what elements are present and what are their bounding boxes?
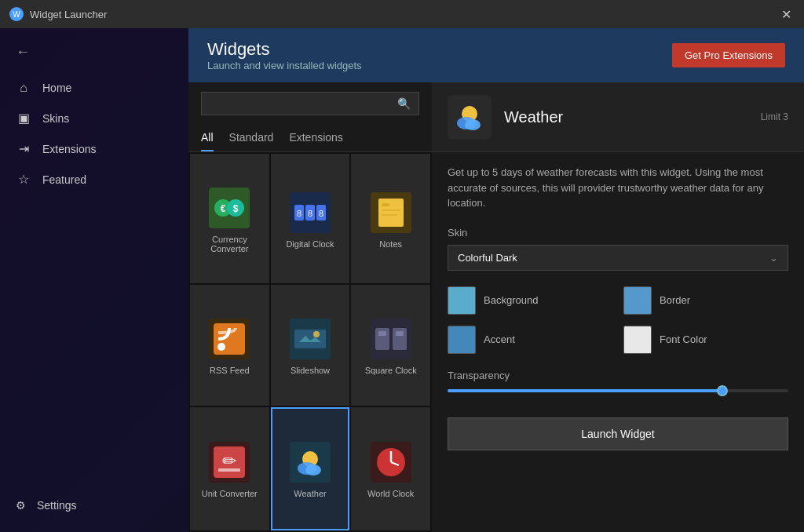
svg-rect-10 xyxy=(378,199,404,227)
sidebar-item-home[interactable]: ⌂ Home xyxy=(0,73,188,103)
svg-point-17 xyxy=(313,331,320,337)
home-icon: ⌂ xyxy=(16,81,31,95)
weather-widget-name: Weather xyxy=(294,489,326,498)
rss-icon xyxy=(209,319,250,359)
notes-icon xyxy=(371,192,411,233)
slideshow-icon xyxy=(290,319,331,359)
unitconverter-name: Unit Converter xyxy=(202,489,258,498)
chevron-down-icon: ⌄ xyxy=(769,252,778,264)
color-background[interactable]: Background xyxy=(448,286,612,315)
svg-text:8: 8 xyxy=(308,209,312,218)
currency-name: Currency Converter xyxy=(196,235,263,253)
detail-title-block: Weather xyxy=(504,108,748,126)
detail-description: Get up to 5 days of weather forecasts wi… xyxy=(448,165,788,211)
main-split: 🔍 All Standard Extensions xyxy=(188,82,804,532)
detail-pane: Weather Limit 3 Get up to 5 days of weat… xyxy=(432,82,804,532)
tab-bar: All Standard Extensions xyxy=(188,125,432,152)
sidebar-extensions-label: Extensions xyxy=(42,143,96,155)
unitconverter-icon: ✏ xyxy=(209,442,250,483)
slider-wrap xyxy=(448,389,788,392)
rss-name: RSS Feed xyxy=(210,366,250,375)
sidebar-skins-label: Skins xyxy=(42,112,69,125)
top-header: Widgets Launch and view installed widget… xyxy=(188,28,804,82)
back-button[interactable]: ← xyxy=(0,41,188,73)
svg-rect-13 xyxy=(382,214,397,216)
tab-standard[interactable]: Standard xyxy=(229,125,274,151)
background-swatch[interactable] xyxy=(448,286,476,315)
launch-widget-button[interactable]: Launch Widget xyxy=(448,417,788,450)
header-text: Widgets Launch and view installed widget… xyxy=(207,39,362,71)
worldclock-icon xyxy=(371,442,411,483)
widget-grid: € $ Currency Converter xyxy=(188,152,432,532)
search-bar: 🔍 xyxy=(188,82,432,125)
sidebar-home-label: Home xyxy=(42,82,71,94)
slider-thumb xyxy=(717,385,728,396)
background-label: Background xyxy=(484,294,538,306)
settings-icon: ⚙ xyxy=(16,499,26,512)
widget-card-unitconverter[interactable]: ✏ Unit Converter xyxy=(190,407,269,530)
sidebar-item-skins[interactable]: ▣ Skins xyxy=(0,103,188,133)
widget-card-rss[interactable]: RSS Feed xyxy=(190,285,269,405)
tab-all[interactable]: All xyxy=(201,125,214,151)
svg-point-33 xyxy=(465,119,481,130)
widget-card-notes[interactable]: Notes xyxy=(351,154,430,283)
sidebar-item-featured[interactable]: ☆ Featured xyxy=(0,164,188,195)
svg-text:8: 8 xyxy=(297,209,302,218)
fontcolor-swatch[interactable] xyxy=(623,326,652,354)
widget-card-slideshow[interactable]: Slideshow xyxy=(271,285,350,405)
slider-track xyxy=(448,389,788,392)
search-input[interactable] xyxy=(210,98,391,110)
notes-name: Notes xyxy=(379,239,402,249)
skins-icon: ▣ xyxy=(16,111,31,126)
detail-limit: Limit 3 xyxy=(761,111,788,122)
weather-widget-icon xyxy=(290,442,331,483)
content-area: Widgets Launch and view installed widget… xyxy=(188,28,804,532)
svg-rect-24 xyxy=(218,468,240,472)
widget-list-pane: 🔍 All Standard Extensions xyxy=(188,82,432,532)
page-title: Widgets xyxy=(207,39,362,60)
search-icon: 🔍 xyxy=(397,97,411,110)
fontcolor-label: Font Color xyxy=(660,333,707,345)
sidebar: ← ⌂ Home ▣ Skins ⇥ Extensions ☆ Featured… xyxy=(0,28,188,532)
svg-text:8: 8 xyxy=(319,209,323,218)
close-button[interactable]: ✕ xyxy=(778,7,795,22)
skin-dropdown[interactable]: Colorful Dark ⌄ xyxy=(448,245,788,271)
sidebar-featured-label: Featured xyxy=(42,173,86,186)
sidebar-item-extensions[interactable]: ⇥ Extensions xyxy=(0,133,188,164)
accent-label: Accent xyxy=(484,333,515,345)
transparency-section: Transparency xyxy=(448,370,788,392)
pro-extensions-button[interactable]: Get Pro Extensions xyxy=(672,43,785,67)
sidebar-item-settings[interactable]: ⚙ Settings xyxy=(0,491,188,519)
widget-card-clock[interactable]: 8 8 8 Digital Clock xyxy=(271,154,350,283)
svg-point-15 xyxy=(217,343,225,351)
skin-label: Skin xyxy=(448,227,788,239)
svg-rect-12 xyxy=(382,210,400,211)
app-icon: W xyxy=(9,7,24,21)
widget-card-weather[interactable]: Weather xyxy=(271,407,350,530)
color-accent[interactable]: Accent xyxy=(448,326,612,354)
widget-card-squareclock[interactable]: Square Clock xyxy=(351,285,430,405)
color-border[interactable]: Border xyxy=(623,286,788,315)
widget-card-currency[interactable]: € $ Currency Converter xyxy=(190,154,269,283)
svg-rect-20 xyxy=(378,331,386,336)
page-subtitle: Launch and view installed widgets xyxy=(207,60,362,71)
title-bar-title: Widget Launcher xyxy=(30,9,772,20)
svg-text:€: € xyxy=(221,203,226,214)
svg-text:✏: ✏ xyxy=(222,451,237,471)
color-fontcolor[interactable]: Font Color xyxy=(623,326,788,354)
featured-icon: ☆ xyxy=(16,172,31,187)
border-swatch[interactable] xyxy=(623,286,652,315)
border-label: Border xyxy=(660,294,690,306)
clock-name: Digital Clock xyxy=(286,239,334,249)
detail-title: Weather xyxy=(504,108,748,126)
slider-fill xyxy=(448,389,720,392)
accent-swatch[interactable] xyxy=(448,326,476,354)
squareclock-name: Square Clock xyxy=(365,366,417,375)
svg-text:$: $ xyxy=(233,203,239,214)
title-bar: W Widget Launcher ✕ xyxy=(0,0,804,28)
svg-rect-21 xyxy=(396,331,404,336)
tab-extensions[interactable]: Extensions xyxy=(289,125,342,151)
slideshow-name: Slideshow xyxy=(291,366,330,375)
currency-icon: € $ xyxy=(209,188,250,228)
widget-card-worldclock[interactable]: World Clock xyxy=(351,407,430,530)
